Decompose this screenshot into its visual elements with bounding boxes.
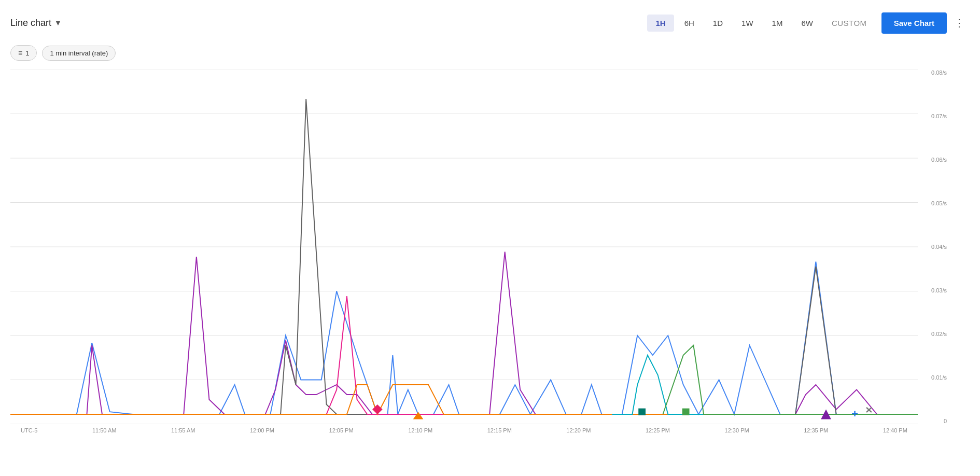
- top-bar: Line chart ▼ 1H 6H 1D 1W 1M 6W CUSTOM Sa…: [0, 0, 980, 41]
- marker-diamond-pink: [372, 404, 383, 414]
- filter-pill[interactable]: ≡ 1: [10, 45, 37, 61]
- second-bar: ≡ 1 1 min interval (rate): [0, 41, 980, 64]
- filter-count: 1: [25, 49, 29, 57]
- time-btn-1d[interactable]: 1D: [705, 15, 731, 32]
- chart-container: + ✕ 0 0.01/s 0.02/s 0.03/s 0.04/s 0.05/s…: [10, 69, 949, 445]
- time-btn-custom[interactable]: CUSTOM: [823, 15, 875, 32]
- x-label-utc: UTC-5: [21, 427, 37, 433]
- y-label-008: 0.08/s: [918, 69, 949, 76]
- y-label-0: 0: [918, 418, 949, 424]
- y-label-003: 0.03/s: [918, 287, 949, 293]
- x-label-1210: 12:10 PM: [408, 427, 432, 433]
- time-btn-6w[interactable]: 6W: [793, 15, 821, 32]
- chart-type-label: Line chart: [10, 18, 51, 29]
- y-label-002: 0.02/s: [918, 331, 949, 337]
- chart-type-selector[interactable]: Line chart ▼: [10, 18, 62, 29]
- x-label-1220: 12:20 PM: [566, 427, 591, 433]
- interval-pill[interactable]: 1 min interval (rate): [42, 46, 116, 61]
- time-btn-6h[interactable]: 6H: [676, 15, 703, 32]
- time-btn-1m[interactable]: 1M: [764, 15, 791, 32]
- more-options-button[interactable]: ⋮: [949, 12, 970, 33]
- x-label-1215: 12:15 PM: [487, 427, 512, 433]
- time-btn-1w[interactable]: 1W: [733, 15, 762, 32]
- x-label-1200: 12:00 PM: [250, 427, 274, 433]
- y-axis-labels: 0 0.01/s 0.02/s 0.03/s 0.04/s 0.05/s 0.0…: [918, 69, 949, 424]
- filter-icon: ≡: [18, 49, 22, 57]
- x-label-1150: 11:50 AM: [92, 427, 116, 433]
- x-label-1155: 11:55 AM: [171, 427, 195, 433]
- chart-svg: + ✕: [10, 69, 918, 424]
- x-label-1240: 12:40 PM: [883, 427, 907, 433]
- y-label-007: 0.07/s: [918, 113, 949, 119]
- y-label-004: 0.04/s: [918, 244, 949, 250]
- save-chart-button[interactable]: Save Chart: [881, 12, 947, 34]
- y-label-001: 0.01/s: [918, 374, 949, 381]
- x-label-1235: 12:35 PM: [804, 427, 828, 433]
- y-label-006: 0.06/s: [918, 157, 949, 163]
- marker-x-gray: ✕: [865, 405, 872, 415]
- marker-plus-blue: +: [851, 408, 858, 420]
- x-label-1225: 12:25 PM: [646, 427, 670, 433]
- marker-triangle-orange: [413, 412, 424, 419]
- marker-square-green: [682, 409, 690, 415]
- right-controls: 1H 6H 1D 1W 1M 6W CUSTOM Save Chart ⋮: [647, 12, 970, 34]
- chart-type-dropdown-icon: ▼: [54, 19, 62, 27]
- interval-label: 1 min interval (rate): [50, 49, 108, 57]
- time-btn-1h[interactable]: 1H: [647, 15, 674, 32]
- y-label-005: 0.05/s: [918, 200, 949, 206]
- chart-area: + ✕ 0 0.01/s 0.02/s 0.03/s 0.04/s 0.05/s…: [0, 69, 980, 476]
- marker-square-teal: [638, 409, 646, 415]
- x-label-1230: 12:30 PM: [725, 427, 749, 433]
- x-label-1205: 12:05 PM: [329, 427, 354, 433]
- left-controls: Line chart ▼: [10, 18, 62, 29]
- x-axis-labels: UTC-5 11:50 AM 11:55 AM 12:00 PM 12:05 P…: [10, 424, 918, 445]
